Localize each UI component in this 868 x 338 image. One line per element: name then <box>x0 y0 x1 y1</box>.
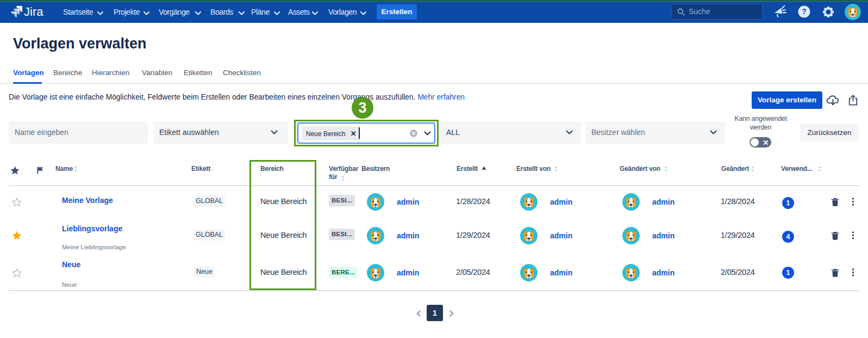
svg-text:?: ? <box>802 7 806 16</box>
